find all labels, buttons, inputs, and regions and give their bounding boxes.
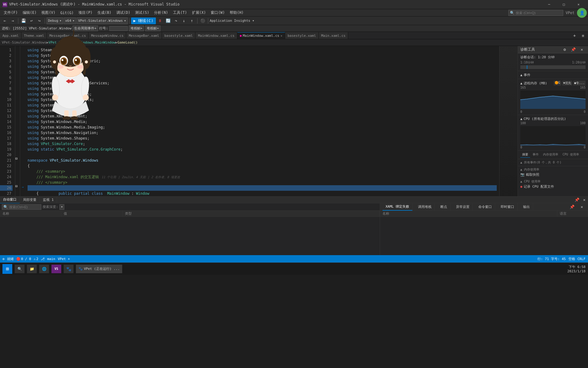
triangle-all-events-icon: ▲ [520,161,522,164]
call-tab-stack[interactable]: 调用堆栈 [415,203,435,211]
save-button[interactable]: 💾 [20,17,27,24]
tab-mainwindow-xaml-cs-1[interactable]: MainWindow.xaml.cs [195,32,237,39]
tab-messagewindow-cs[interactable]: MessageWindow.cs [89,32,126,39]
fold-collapse-namespace[interactable]: ⊟ [15,156,20,162]
restart-button[interactable]: 🔄 [164,17,172,24]
call-tab-xaml[interactable]: XAML 绑定失败 [383,203,413,211]
cpu-chart-svg [520,126,586,146]
mem-filter-g[interactable]: 🟠G [554,81,561,86]
tab-mainwindow-xaml-cs-2[interactable]: MainWindow.xaml.cs ✕ [237,32,285,39]
taskbar-files[interactable]: 📁 [27,265,37,273]
step-over-button[interactable]: ↷ [172,17,180,24]
diag-tab-memory[interactable]: 内存使用率 [541,152,560,158]
menu-analyze[interactable]: 分析(N) [152,9,171,17]
menu-file[interactable]: 文件(F) [1,9,20,17]
stop-all-button[interactable]: ⏸ [156,17,164,24]
mem-filter-priority[interactable]: ▼优先 [562,81,572,86]
taskbar-clock[interactable]: 下午 6:58 2023/1/18 [567,265,586,273]
tab-messagebar-cs[interactable]: MessageBar.xaml.cs [47,32,89,39]
redo-button[interactable]: ↪ [36,17,43,24]
tab-theme-xaml[interactable]: Theme.xaml [21,32,47,39]
mem-filter-special[interactable]: ●专... [573,81,586,86]
diag-tab-cpu[interactable]: CPU 使用率 [561,152,581,158]
debug-config-dropdown[interactable]: Debug ▾ [47,17,63,24]
line-number-input[interactable] [109,26,128,31]
tab-basestyle-xaml[interactable]: basestyle.xaml [162,32,196,39]
bottom-tab-auto[interactable]: 自动窗口 [0,196,20,204]
menu-tools[interactable]: 工具(T) [171,9,190,17]
menu-help[interactable]: 帮助(H) [227,9,246,17]
menu-project[interactable]: 项目(P) [76,9,95,17]
call-tab-breakpoints[interactable]: 断点 [437,203,450,211]
diag-tab-events[interactable]: 事件 [531,152,541,158]
mem-snapshot-label[interactable]: 截取快照 [526,172,539,177]
forward-button[interactable]: → [9,17,17,24]
bottom-tab-local[interactable]: 局部变量 [20,196,40,204]
call-tab-output[interactable]: 输出 [520,203,533,211]
user-avatar[interactable]: 👤 [577,8,587,18]
diag-settings-button[interactable]: ⚙ [561,46,568,53]
restore-button[interactable]: □ [557,0,571,9]
tab-close-icon[interactable]: ✕ [281,34,282,37]
search-box[interactable]: 🔍 [508,10,563,16]
code-line-20 [28,152,497,158]
minimize-button[interactable]: ─ [542,0,556,9]
menu-test[interactable]: 测试(S) [133,9,152,17]
taskbar-vs[interactable]: VS [51,265,61,273]
bottom-close-button[interactable]: ✕ [581,197,588,203]
taskbar-browser[interactable]: 🌐 [39,265,49,273]
undo-button[interactable]: ↩ [28,17,35,24]
call-tab-command[interactable]: 命令窗口 [475,203,495,211]
menu-edit[interactable]: 编辑(E) [20,9,39,17]
menu-extensions[interactable]: 扩展(X) [190,9,209,17]
continue-button[interactable]: ▶ 继续(C) [131,17,156,24]
step-out-button[interactable]: ↑ [188,17,196,24]
diag-cpu-header[interactable]: ▲ CPU (所有处理器的百分比) [520,116,586,121]
tab-messagebar-xaml[interactable]: MessageBar.xaml [126,32,162,39]
diag-close-button[interactable]: ✕ [578,46,586,53]
tab-main-xaml-cs[interactable]: Main.xaml.cs [319,32,348,39]
cpu-profile-label[interactable]: 记录 CPU 配置文件 [524,184,554,189]
search-input[interactable] [516,11,562,15]
menu-build[interactable]: 生成(B) [95,9,114,17]
call-pin-button[interactable]: 📌 [568,204,576,210]
tab-app-xaml[interactable]: App.xaml [0,32,21,39]
close-button[interactable]: ✕ [571,0,586,9]
menu-window[interactable]: 窗口(W) [208,9,227,17]
platform-dropdown[interactable]: x64 ▾ [64,17,76,24]
path-class[interactable]: VPet_Simulator.Windows.MainWindow [48,40,115,44]
project-dropdown[interactable]: VPet-Simulator.Windows ▾ [77,17,127,24]
tab-new-button[interactable]: + [571,32,578,39]
diag-tab-summary[interactable]: 摘要 [520,152,530,158]
taskbar-vpet-running[interactable]: 🐾 VPet (正在运行) ... [76,265,122,273]
nav-dropdown-1[interactable]: 生命周期事件+ [73,25,98,31]
diag-cpu-section: ▲ CPU (所有处理器的百分比) 100 100 0 0 [518,115,588,151]
taskbar-vpet[interactable]: 🐾 [64,265,74,273]
nav-dropdown-3[interactable]: 堆栈帧+ [145,25,160,31]
call-tab-immediate[interactable]: 即时窗口 [498,203,518,211]
diag-events-header[interactable]: ▲ 事件 [520,72,586,78]
step-into-button[interactable]: ↓ [180,17,188,24]
menu-debug[interactable]: 调试(D) [114,9,133,17]
taskbar-search[interactable]: 🔍 [15,265,24,273]
start-button[interactable]: ⊞ [2,264,12,274]
diag-pin-button[interactable]: 📌 [570,46,577,53]
auto-search-input[interactable] [9,205,40,209]
tab-list-button[interactable]: ≡ [579,32,587,39]
call-tab-exceptions[interactable]: 异常设置 [453,203,473,211]
fold-collapse-class[interactable]: ⊟ [15,184,20,190]
path-method[interactable]: GameLoad() [118,40,138,44]
back-button[interactable]: ← [1,17,9,24]
bottom-pin-button[interactable]: 📌 [573,197,581,203]
tab-basestyle-xaml-2[interactable]: basestyle.xaml [285,32,319,39]
bottom-tab-watch1[interactable]: 监视 1 [40,196,57,204]
nav-dropdown-2[interactable]: 堆栈帧+ [129,25,144,31]
breakpoint-button[interactable]: ⚫ [199,17,206,24]
menu-git[interactable]: Git(G) [58,9,76,17]
depth-dropdown[interactable]: ▾ [59,204,65,210]
code-area[interactable]: using Steam.NET; using System; using Sys… [25,46,499,196]
menu-view[interactable]: 视图(V) [39,9,58,17]
call-close-button[interactable]: ✕ [578,204,586,210]
diag-memory-header[interactable]: ▲ 进程内存 (MB) 🟠G ▼优先 ●专... [520,80,586,86]
auto-win-search[interactable]: 🔍 [2,204,41,210]
